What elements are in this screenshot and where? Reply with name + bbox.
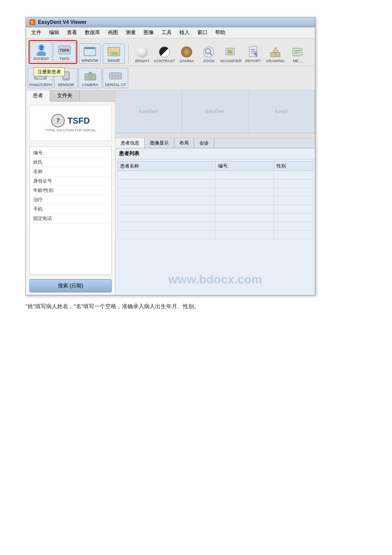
tab-patient-info[interactable]: 患者信息	[115, 138, 145, 148]
svg-text:👤: 👤	[39, 45, 44, 51]
menu-image[interactable]: 图像	[140, 28, 157, 37]
tab-layout[interactable]: 布局	[174, 138, 194, 148]
table-row	[118, 179, 313, 188]
window-icon	[83, 46, 97, 58]
col-header-id: 编号.	[215, 162, 274, 171]
tab-consultation[interactable]: 会诊	[194, 138, 214, 148]
preview-cell-3: EasyD	[248, 90, 315, 133]
dental-ct-label: DENTAL CT	[105, 83, 126, 87]
preview-cell-1: EasyDent	[115, 90, 182, 133]
patient-logo-area: 7 TSFD TOTAL SOLUTION FOR DENTAL	[29, 105, 112, 141]
bright-label: BRIGHT	[135, 59, 150, 63]
tsfd-button[interactable]: TSFD TSFD	[53, 42, 75, 62]
description-text: "姓"填写病人姓名，"名"填写一个空格，准确录入病人出生年月、性别。	[26, 302, 366, 311]
col-header-name: 患者名称	[118, 162, 216, 171]
contrast-label: CONTRAST	[154, 59, 175, 63]
svg-rect-8	[85, 49, 95, 55]
field-label-treatment: 治疗	[33, 197, 59, 203]
field-label-name: 名称	[33, 168, 59, 175]
svg-rect-28	[293, 48, 302, 56]
window-button[interactable]: WINDOW	[79, 43, 101, 64]
contrast-button[interactable]: CONTRAST	[154, 44, 175, 64]
table-row	[118, 197, 313, 205]
menu-bar: 文件 编辑 查看 数据库 画图 测量 图像 工具 植入 窗口 帮助	[26, 27, 315, 38]
tab-folder[interactable]: 文件夹	[50, 90, 80, 101]
image-button[interactable]: IMAGE	[103, 43, 125, 64]
menu-window[interactable]: 窗口	[194, 28, 211, 37]
field-label-phone: 固定电话	[33, 215, 59, 222]
menu-edit[interactable]: 编辑	[46, 28, 63, 37]
field-label-idcard: 身份证号	[33, 178, 59, 184]
report-button[interactable]: REPORT	[243, 44, 263, 64]
tsfd-logo: 7 TSFD	[51, 114, 89, 127]
form-row-name: 名称	[32, 167, 110, 176]
menu-help[interactable]: 帮助	[212, 28, 229, 37]
tsfd-label: TSFD	[59, 57, 69, 61]
drawing-button[interactable]: DRAWING	[265, 44, 285, 64]
table-row	[118, 222, 313, 231]
right-panel: EasyDent EasyDent EasyD 患者信息 图像显示 布局	[115, 90, 315, 295]
form-row-mobile: 手机	[32, 205, 110, 214]
report-icon	[247, 46, 259, 58]
patient-button[interactable]: 👤 PATIENT	[30, 42, 52, 62]
svg-point-1	[37, 51, 46, 56]
window-label: WINDOW	[81, 58, 98, 63]
table-row	[118, 171, 313, 179]
patient-tsfd-group: 👤 PATIENT TSFD TSFD	[29, 40, 77, 64]
patient-form: 编号. 姓氏 名称 身份证号 年龄/性别	[30, 147, 111, 275]
menu-database[interactable]: 数据库	[81, 28, 104, 37]
pano-ceph-label: PANO/CEPH	[29, 83, 52, 87]
menu-tools[interactable]: 工具	[158, 28, 175, 37]
menu-file[interactable]: 文件	[28, 28, 45, 37]
menu-draw[interactable]: 画图	[104, 28, 121, 37]
app-icon: E	[29, 19, 35, 25]
gamma-button[interactable]: GAMMA	[176, 44, 197, 64]
camera-button[interactable]: CAMERA	[78, 68, 102, 88]
dental-ct-button[interactable]: DENTAL CT	[103, 68, 128, 88]
svg-line-15	[210, 53, 212, 55]
form-row-age-gender: 年龄/性别	[32, 186, 110, 195]
svg-rect-25	[271, 52, 280, 57]
menu-measure[interactable]: 测量	[122, 28, 139, 37]
table-row	[118, 231, 313, 239]
menu-implant[interactable]: 植入	[176, 28, 193, 37]
image-preview-area: EasyDent EasyDent EasyD	[115, 90, 315, 133]
drawing-icon	[269, 46, 282, 58]
svg-marker-26	[272, 47, 279, 52]
form-row-phone: 固定电话	[32, 214, 110, 223]
tsfd-subtitle: TOTAL SOLUTION FOR DENTAL	[45, 128, 96, 132]
image-label: IMAGE	[107, 58, 120, 63]
magnifier-label: MAGNIFIER	[220, 59, 242, 63]
magnifier-icon	[225, 46, 237, 58]
horizontal-scrollbar[interactable]	[115, 133, 315, 138]
field-label-mobile: 手机	[33, 206, 59, 212]
watermark-area: www.bdocx.com	[115, 241, 315, 295]
menu-view[interactable]: 查看	[63, 28, 81, 37]
form-row-id: 编号.	[32, 148, 110, 158]
tab-image-display[interactable]: 图像显示	[145, 138, 174, 148]
svg-marker-39	[89, 72, 92, 74]
tsfd-circle-icon: 7	[51, 114, 65, 127]
gamma-icon	[180, 46, 193, 58]
search-button[interactable]: 搜索 (日期)	[29, 279, 112, 292]
svg-text:TSFD: TSFD	[59, 48, 69, 52]
image-icon	[107, 46, 121, 58]
table-row	[118, 188, 313, 197]
sensor-label: SENSOR	[58, 83, 74, 87]
zoom-button[interactable]: ZOOM	[199, 44, 219, 64]
main-content: 患者 文件夹 7 TSFD TOTAL SOLUTION FOR DENTAL	[26, 90, 315, 295]
form-row-surname: 姓氏	[32, 158, 110, 167]
tab-patient[interactable]: 患者	[26, 90, 50, 101]
gamma-label: GAMMA	[179, 59, 194, 63]
magnifier-button[interactable]: MAGNIFIER	[221, 44, 241, 64]
zoom-label: ZOOM	[203, 59, 215, 63]
patient-table-area: 患者名称 编号. 性别	[115, 159, 315, 241]
patient-icon: 👤	[35, 44, 48, 56]
bright-icon	[136, 46, 149, 58]
preview-cell-2: EasyDent	[182, 90, 248, 133]
table-row	[118, 214, 313, 222]
svg-point-38	[89, 75, 92, 78]
bright-button[interactable]: BRIGHT	[132, 44, 153, 64]
me-button[interactable]: ME...	[287, 44, 308, 64]
svg-rect-9	[85, 47, 95, 49]
